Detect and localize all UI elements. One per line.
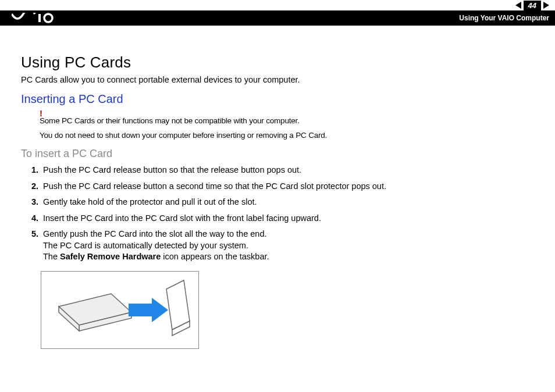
page-number: 44	[524, 1, 541, 10]
step-detail-post: icon appears on the taskbar.	[161, 252, 269, 261]
step-detail-bold: Safely Remove Hardware	[60, 252, 161, 261]
svg-rect-0	[38, 14, 41, 22]
step-detail-pre: The	[43, 252, 60, 261]
warning-line-1: Some PC Cards or their functions may not…	[40, 116, 538, 125]
warning-line-2: You do not need to shut down your comput…	[40, 131, 538, 140]
page-nav: 44	[0, 0, 555, 10]
pc-card-insert-figure	[41, 271, 199, 349]
subheading-inserting: Inserting a PC Card	[21, 92, 538, 106]
step-text: Push the PC Card release button so that …	[43, 165, 301, 174]
warning-block: ! Some PC Cards or their functions may n…	[40, 111, 538, 140]
nav-prev-arrow-icon[interactable]	[515, 2, 521, 9]
step-text: Gently push the PC Card into the slot al…	[43, 229, 266, 238]
nav-next-arrow-icon[interactable]	[543, 2, 549, 9]
page-content: Using PC Cards PC Cards allow you to con…	[0, 26, 555, 392]
page-title: Using PC Cards	[21, 54, 538, 72]
step-item: Push the PC Card release button so that …	[41, 165, 538, 176]
svg-marker-8	[152, 298, 168, 322]
intro-text: PC Cards allow you to connect portable e…	[21, 75, 538, 84]
section-title: Using Your VAIO Computer	[459, 14, 549, 22]
vaio-logo-icon	[12, 13, 67, 23]
warning-icon: !	[40, 111, 538, 116]
step-item: Gently push the PC Card into the slot al…	[41, 229, 538, 263]
step-text: Push the PC Card release button a second…	[43, 181, 386, 191]
svg-point-1	[44, 14, 52, 22]
step-item: Push the PC Card release button a second…	[41, 181, 538, 193]
step-text: Gently take hold of the protector and pu…	[43, 197, 257, 206]
step-item: Insert the PC Card into the PC Card slot…	[41, 213, 538, 224]
step-text: Insert the PC Card into the PC Card slot…	[43, 213, 321, 223]
header-bar: Using Your VAIO Computer	[0, 10, 555, 26]
step-detail: The PC Card is automatically detected by…	[43, 241, 248, 250]
steps-list: Push the PC Card release button so that …	[21, 165, 538, 263]
step-item: Gently take hold of the protector and pu…	[41, 197, 538, 208]
svg-rect-7	[129, 304, 152, 316]
procedure-heading: To insert a PC Card	[21, 148, 538, 160]
